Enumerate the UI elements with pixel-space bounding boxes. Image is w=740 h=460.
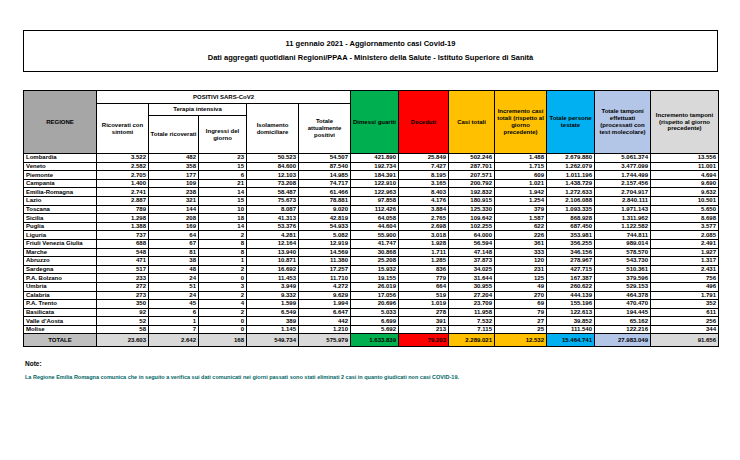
value-cell: 21 bbox=[199, 179, 247, 188]
value-cell: 358 bbox=[149, 162, 199, 171]
col-header-tamponi: Totale tamponi effettuati (processati co… bbox=[595, 91, 651, 154]
value-cell: 25.849 bbox=[399, 154, 449, 163]
table-body: Lombardia3.5224822350.52354.507421.89025… bbox=[24, 154, 719, 334]
value-cell: 9.690 bbox=[651, 179, 719, 188]
value-cell: 836 bbox=[399, 265, 449, 274]
value-cell: 1.599 bbox=[247, 300, 299, 309]
value-cell: 109.642 bbox=[449, 214, 495, 223]
col-header-ingressi-giorno: Ingressi del giorno bbox=[199, 116, 247, 154]
value-cell: 9.020 bbox=[299, 205, 351, 214]
value-cell: 50.523 bbox=[247, 154, 299, 163]
table-row: Calabria2732429.3329.62917.05651927.2042… bbox=[24, 291, 719, 300]
col-header-ricoverati: Ricoverati con sintomi bbox=[97, 104, 149, 154]
total-value-cell: 91.656 bbox=[651, 334, 719, 347]
value-cell: 2.840.111 bbox=[595, 196, 651, 205]
value-cell: 756 bbox=[651, 274, 719, 283]
value-cell: 24 bbox=[149, 274, 199, 283]
note-text: La Regione Emilia Romagna comunica che i… bbox=[25, 374, 715, 381]
value-cell: 2.679.880 bbox=[547, 154, 595, 163]
value-cell: 122.910 bbox=[351, 179, 399, 188]
region-name-cell: Lazio bbox=[24, 196, 97, 205]
table-row: Piemonte2.705177612.10314.985184.3918.19… bbox=[24, 171, 719, 180]
col-header-casi-totali: Casi totali bbox=[449, 91, 495, 154]
value-cell: 2.431 bbox=[651, 265, 719, 274]
value-cell: 6 bbox=[149, 308, 199, 317]
value-cell: 25.208 bbox=[351, 257, 399, 266]
value-cell: 9.332 bbox=[247, 291, 299, 300]
value-cell: 4.272 bbox=[299, 282, 351, 291]
value-cell: 34.025 bbox=[449, 265, 495, 274]
total-value-cell: 27.983.049 bbox=[595, 334, 651, 347]
value-cell: 1.298 bbox=[97, 214, 149, 223]
value-cell: 120 bbox=[495, 257, 547, 266]
table-row: Valle d'Aosta52103894426.6993917.5322739… bbox=[24, 317, 719, 326]
value-cell: 58 bbox=[97, 325, 149, 334]
bulletin-date-title: 11 gennaio 2021 - Aggiornamento casi Cov… bbox=[286, 40, 456, 48]
value-cell: 543.730 bbox=[595, 257, 651, 266]
value-cell: 1.093.335 bbox=[547, 205, 595, 214]
value-cell: 2.705 bbox=[97, 171, 149, 180]
value-cell: 442 bbox=[299, 317, 351, 326]
value-cell: 5.061.374 bbox=[595, 154, 651, 163]
region-name-cell: Campania bbox=[24, 179, 97, 188]
value-cell: 361 bbox=[495, 239, 547, 248]
total-value-cell: 79.203 bbox=[399, 334, 449, 347]
value-cell: 8 bbox=[199, 239, 247, 248]
value-cell: 278.967 bbox=[547, 257, 595, 266]
value-cell: 73.208 bbox=[247, 179, 299, 188]
col-header-attualmente-positivi: Totale attualmente positivi bbox=[299, 104, 351, 154]
value-cell: 8.087 bbox=[247, 205, 299, 214]
table-row: P.A. Trento3504541.5991.99420.6961.01923… bbox=[24, 300, 719, 309]
note-block: Note: La Regione Emilia Romagna comunica… bbox=[25, 360, 715, 381]
region-name-cell: Molise bbox=[24, 325, 97, 334]
value-cell: 4.281 bbox=[247, 231, 299, 240]
value-cell: 194.445 bbox=[595, 308, 651, 317]
covid-bulletin-page: 11 gennaio 2021 - Aggiornamento casi Cov… bbox=[0, 0, 740, 460]
value-cell: 65.162 bbox=[595, 317, 651, 326]
value-cell: 2.741 bbox=[97, 188, 149, 197]
value-cell: 48 bbox=[149, 265, 199, 274]
region-name-cell: Toscana bbox=[24, 205, 97, 214]
note-label: Note: bbox=[25, 360, 715, 367]
value-cell: 54.507 bbox=[299, 154, 351, 163]
value-cell: 5.033 bbox=[351, 308, 399, 317]
value-cell: 11.710 bbox=[299, 274, 351, 283]
value-cell: 23.709 bbox=[449, 300, 495, 309]
value-cell: 55.900 bbox=[351, 231, 399, 240]
region-name-cell: Umbria bbox=[24, 282, 97, 291]
value-cell: 356.255 bbox=[547, 239, 595, 248]
value-cell: 379 bbox=[495, 205, 547, 214]
region-name-cell: Sardegna bbox=[24, 265, 97, 274]
value-cell: 87.540 bbox=[299, 162, 351, 171]
value-cell: 510.361 bbox=[595, 265, 651, 274]
value-cell: 17.056 bbox=[351, 291, 399, 300]
value-cell: 122.613 bbox=[547, 308, 595, 317]
value-cell: 64.000 bbox=[449, 231, 495, 240]
value-cell: 687.450 bbox=[547, 222, 595, 231]
value-cell: 102.255 bbox=[449, 222, 495, 231]
value-cell: 7.427 bbox=[399, 162, 449, 171]
value-cell: 12.164 bbox=[247, 239, 299, 248]
value-cell: 519 bbox=[399, 291, 449, 300]
value-cell: 260.622 bbox=[547, 282, 595, 291]
value-cell: 11.001 bbox=[651, 162, 719, 171]
value-cell: 208 bbox=[149, 214, 199, 223]
value-cell: 1.400 bbox=[97, 179, 149, 188]
value-cell: 3.165 bbox=[399, 179, 449, 188]
value-cell: 622 bbox=[495, 222, 547, 231]
value-cell: 273 bbox=[97, 291, 149, 300]
value-cell: 238 bbox=[149, 188, 199, 197]
value-cell: 44.604 bbox=[351, 222, 399, 231]
value-cell: 2 bbox=[199, 231, 247, 240]
value-cell: 58.487 bbox=[247, 188, 299, 197]
value-cell: 81 bbox=[149, 248, 199, 257]
value-cell: 69 bbox=[495, 300, 547, 309]
region-name-cell: Liguria bbox=[24, 231, 97, 240]
value-cell: 346.156 bbox=[547, 248, 595, 257]
value-cell: 688 bbox=[97, 239, 149, 248]
value-cell: 989.014 bbox=[595, 239, 651, 248]
value-cell: 42.819 bbox=[299, 214, 351, 223]
value-cell: 470.470 bbox=[595, 300, 651, 309]
value-cell: 79 bbox=[495, 308, 547, 317]
col-header-regione: REGIONE bbox=[24, 91, 97, 154]
